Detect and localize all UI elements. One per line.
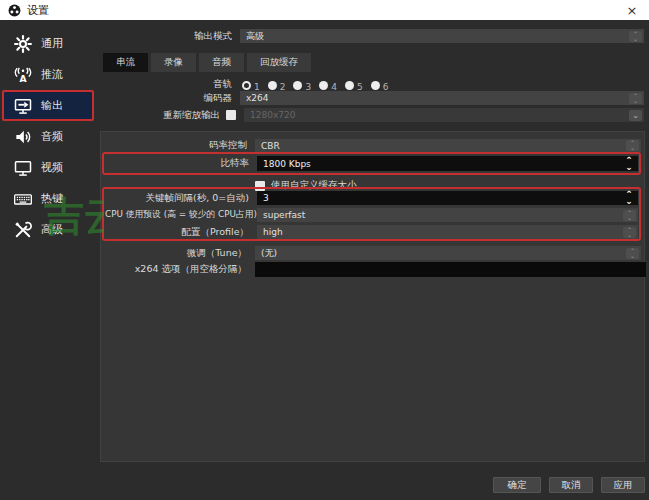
tab-replay-buffer[interactable]: 回放缓存 [247, 53, 311, 72]
rescale-row: 重新缩放输出 1280x720 ⌄ [104, 108, 644, 122]
gear-icon [12, 33, 34, 55]
sidebar-item-label: 高级 [41, 222, 63, 237]
sidebar-item-label: 热键 [41, 191, 63, 206]
output-mode-label: 输出模式 [104, 30, 232, 43]
x264-options-row: x264 选项（用空格分隔） [105, 262, 646, 277]
rescale-label: 重新缩放输出 [104, 109, 220, 122]
sidebar-item-video[interactable]: 视频 [2, 152, 94, 183]
titlebar: 设置 × [0, 0, 649, 20]
profile-label: 配置（Profile） [105, 226, 249, 239]
sidebar-item-advanced[interactable]: 高级 [2, 214, 94, 245]
output-mode-select[interactable]: 高级 ⌃⌄ [240, 29, 644, 43]
tools-icon [12, 219, 34, 241]
spinner-up-down-icon[interactable]: ⌃⌄ [621, 156, 637, 171]
obs-logo-icon [8, 4, 21, 17]
speaker-icon [12, 126, 34, 148]
sidebar-item-label: 音频 [41, 129, 63, 144]
output-settings-main: 输出模式 高级 ⌃⌄ 串流 录像 音频 回放缓存 音轨 1 2 3 4 5 6 [96, 20, 649, 500]
bitrate-row: 比特率 1800 Kbps ⌃⌄ [105, 156, 638, 171]
sidebar-item-output[interactable]: 输出 [2, 90, 94, 121]
cpu-preset-select[interactable]: superfast ⌃⌄ [257, 208, 638, 222]
tab-audio[interactable]: 音频 [199, 53, 244, 72]
keyboard-icon [12, 188, 34, 210]
broadcast-icon: A [12, 64, 34, 86]
cancel-button[interactable]: 取消 [549, 477, 593, 493]
spinner-up-down-icon[interactable]: ⌃⌄ [621, 191, 637, 205]
window-title: 设置 [27, 3, 49, 18]
sidebar: 通用 A 推流 [0, 20, 96, 500]
encoder-row: 编码器 x264 ⌃⌄ [104, 91, 644, 105]
output-mode-row: 输出模式 高级 ⌃⌄ [104, 29, 644, 43]
chevron-down-icon: ⌄ [629, 110, 642, 121]
tune-select[interactable]: (无) ⌃⌄ [255, 246, 641, 260]
encoder-label: 编码器 [104, 92, 232, 105]
close-icon[interactable]: × [623, 3, 641, 18]
combo-spinner-icon[interactable]: ⌃⌄ [623, 210, 636, 221]
rescale-checkbox[interactable] [226, 110, 236, 120]
cpu-preset-row: CPU 使用预设 (高 = 较少的 CPU占用) superfast ⌃⌄ [105, 208, 638, 222]
sidebar-item-label: 输出 [41, 98, 63, 113]
rescale-select: 1280x720 ⌄ [244, 108, 644, 122]
tab-recording[interactable]: 录像 [151, 53, 196, 72]
keyframe-row: 关键帧间隔(秒, 0=自动) 3 ⌃⌄ [105, 191, 638, 205]
rate-control-label: 码率控制 [105, 139, 247, 152]
monitor-icon [12, 157, 34, 179]
monitor-arrow-icon [12, 95, 34, 117]
apply-button[interactable]: 应用 [601, 477, 645, 493]
rate-control-row: 码率控制 CBR ⌃⌄ [105, 139, 641, 152]
sidebar-item-hotkeys[interactable]: 热键 [2, 183, 94, 214]
combo-spinner-icon[interactable]: ⌃⌄ [629, 31, 642, 42]
tune-row: 微调（Tune） (无) ⌃⌄ [105, 246, 641, 260]
combo-spinner-icon[interactable]: ⌃⌄ [626, 140, 639, 151]
bitrate-input[interactable]: 1800 Kbps ⌃⌄ [257, 156, 638, 171]
rate-control-select[interactable]: CBR ⌃⌄ [255, 139, 641, 152]
audio-track-label: 音轨 [104, 78, 232, 91]
x264-options-label: x264 选项（用空格分隔） [105, 263, 247, 276]
ok-button[interactable]: 确定 [493, 477, 541, 493]
sidebar-item-general[interactable]: 通用 [2, 28, 94, 59]
output-tabs: 串流 录像 音频 回放缓存 [103, 53, 311, 72]
sidebar-item-audio[interactable]: 音频 [2, 121, 94, 152]
encoder-settings-panel: 码率控制 CBR ⌃⌄ 比特率 1800 Kbps ⌃⌄ [100, 131, 645, 462]
combo-spinner-icon[interactable]: ⌃⌄ [629, 93, 642, 104]
tab-streaming[interactable]: 串流 [103, 53, 148, 72]
svg-text:A: A [19, 72, 27, 83]
tune-label: 微调（Tune） [105, 247, 247, 260]
keyframe-label: 关键帧间隔(秒, 0=自动) [105, 192, 249, 205]
x264-options-input[interactable] [255, 262, 646, 277]
sidebar-item-label: 通用 [41, 36, 63, 51]
bitrate-highlight-box: 比特率 1800 Kbps ⌃⌄ [102, 152, 641, 175]
sidebar-item-label: 视频 [41, 160, 63, 175]
encoder-select[interactable]: x264 ⌃⌄ [240, 91, 644, 105]
combo-spinner-icon[interactable]: ⌃⌄ [626, 248, 639, 259]
sidebar-item-stream[interactable]: A 推流 [2, 59, 94, 90]
dialog-footer: 确定 取消 应用 [493, 477, 645, 493]
profile-select[interactable]: high ⌃⌄ [257, 225, 638, 239]
sidebar-item-label: 推流 [41, 67, 63, 82]
keyframe-input[interactable]: 3 ⌃⌄ [257, 191, 638, 205]
settings-dialog: 通用 A 推流 [0, 20, 649, 500]
combo-spinner-icon[interactable]: ⌃⌄ [623, 227, 636, 238]
profile-row: 配置（Profile） high ⌃⌄ [105, 225, 638, 239]
bitrate-label: 比特率 [105, 157, 249, 170]
cpu-preset-label: CPU 使用预设 (高 = 较少的 CPU占用) [105, 209, 249, 221]
encoder-params-highlight-box: 关键帧间隔(秒, 0=自动) 3 ⌃⌄ CPU 使用预设 (高 = 较少的 CP… [102, 187, 641, 241]
